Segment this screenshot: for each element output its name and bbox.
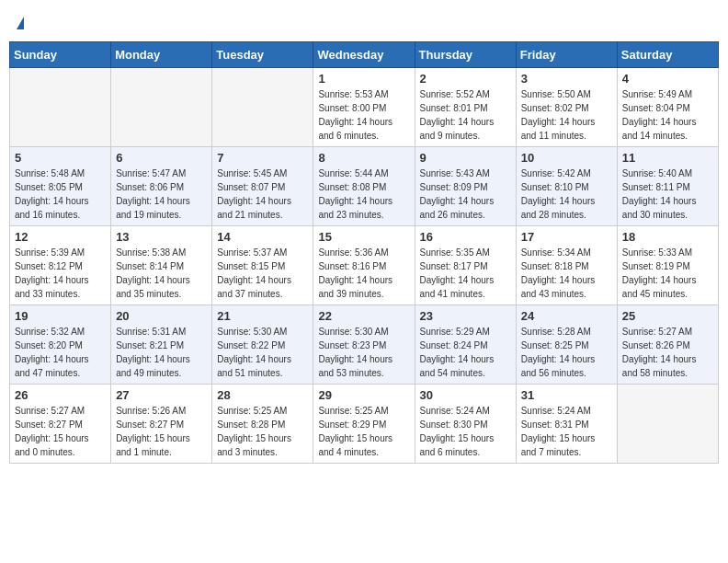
day-number: 6 [116,151,207,165]
day-number: 15 [318,230,409,244]
day-number: 21 [217,309,308,323]
day-info: Sunrise: 5:32 AMSunset: 8:20 PMDaylight:… [15,325,106,380]
day-cell: 22Sunrise: 5:30 AMSunset: 8:23 PMDayligh… [313,305,415,385]
day-info: Sunrise: 5:52 AMSunset: 8:01 PMDaylight:… [420,87,511,143]
day-info: Sunrise: 5:27 AMSunset: 8:27 PMDaylight:… [15,404,106,459]
day-cell: 20Sunrise: 5:31 AMSunset: 8:21 PMDayligh… [111,305,212,385]
day-cell: 21Sunrise: 5:30 AMSunset: 8:22 PMDayligh… [212,305,313,385]
day-info: Sunrise: 5:33 AMSunset: 8:19 PMDaylight:… [622,246,713,301]
day-info: Sunrise: 5:35 AMSunset: 8:17 PMDaylight:… [420,246,511,301]
header-day-tuesday: Tuesday [212,42,313,68]
day-cell: 31Sunrise: 5:24 AMSunset: 8:31 PMDayligh… [516,385,617,464]
day-number: 18 [622,230,713,244]
logo-top-line [15,13,24,30]
day-number: 3 [521,72,612,86]
day-number: 29 [318,388,409,402]
day-number: 2 [420,72,511,86]
header-day-monday: Monday [111,42,212,68]
day-cell [10,68,111,147]
calendar-table: SundayMondayTuesdayWednesdayThursdayFrid… [9,41,719,464]
day-number: 22 [318,309,409,323]
day-cell: 16Sunrise: 5:35 AMSunset: 8:17 PMDayligh… [415,226,516,305]
week-row-2: 5Sunrise: 5:48 AMSunset: 8:05 PMDaylight… [10,147,719,226]
day-cell: 6Sunrise: 5:47 AMSunset: 8:06 PMDaylight… [111,147,212,226]
day-number: 25 [622,309,713,323]
header-day-sunday: Sunday [10,42,111,68]
day-info: Sunrise: 5:37 AMSunset: 8:15 PMDaylight:… [217,246,308,301]
day-info: Sunrise: 5:28 AMSunset: 8:25 PMDaylight:… [521,325,612,380]
day-info: Sunrise: 5:31 AMSunset: 8:21 PMDaylight:… [116,325,207,380]
day-number: 17 [521,230,612,244]
day-number: 5 [15,151,106,165]
day-cell: 28Sunrise: 5:25 AMSunset: 8:28 PMDayligh… [212,385,313,464]
day-cell [212,68,313,147]
day-info: Sunrise: 5:27 AMSunset: 8:26 PMDaylight:… [622,325,713,380]
day-cell: 27Sunrise: 5:26 AMSunset: 8:27 PMDayligh… [111,385,212,464]
day-cell: 2Sunrise: 5:52 AMSunset: 8:01 PMDaylight… [415,68,516,147]
day-info: Sunrise: 5:42 AMSunset: 8:10 PMDaylight:… [521,167,612,222]
day-cell: 3Sunrise: 5:50 AMSunset: 8:02 PMDaylight… [516,68,617,147]
day-info: Sunrise: 5:36 AMSunset: 8:16 PMDaylight:… [318,246,409,301]
header-day-friday: Friday [516,42,617,68]
day-number: 20 [116,309,207,323]
day-cell: 1Sunrise: 5:53 AMSunset: 8:00 PMDaylight… [313,68,415,147]
week-row-4: 19Sunrise: 5:32 AMSunset: 8:20 PMDayligh… [10,305,719,385]
day-info: Sunrise: 5:25 AMSunset: 8:28 PMDaylight:… [217,404,308,459]
day-number: 9 [420,151,511,165]
day-cell: 29Sunrise: 5:25 AMSunset: 8:29 PMDayligh… [313,385,415,464]
day-cell: 18Sunrise: 5:33 AMSunset: 8:19 PMDayligh… [617,226,718,305]
day-number: 23 [420,309,511,323]
day-info: Sunrise: 5:44 AMSunset: 8:08 PMDaylight:… [318,167,409,222]
header-row: SundayMondayTuesdayWednesdayThursdayFrid… [10,42,719,68]
header-day-thursday: Thursday [415,42,516,68]
calendar-body: 1Sunrise: 5:53 AMSunset: 8:00 PMDaylight… [10,68,719,464]
day-number: 19 [15,309,106,323]
day-number: 28 [217,388,308,402]
day-number: 8 [318,151,409,165]
day-cell: 12Sunrise: 5:39 AMSunset: 8:12 PMDayligh… [10,226,111,305]
header-day-saturday: Saturday [617,42,718,68]
day-cell: 25Sunrise: 5:27 AMSunset: 8:26 PMDayligh… [617,305,718,385]
day-cell: 14Sunrise: 5:37 AMSunset: 8:15 PMDayligh… [212,226,313,305]
day-cell: 30Sunrise: 5:24 AMSunset: 8:30 PMDayligh… [415,385,516,464]
day-number: 4 [622,72,713,86]
day-number: 11 [622,151,713,165]
week-row-1: 1Sunrise: 5:53 AMSunset: 8:00 PMDaylight… [10,68,719,147]
day-number: 16 [420,230,511,244]
day-cell: 19Sunrise: 5:32 AMSunset: 8:20 PMDayligh… [10,305,111,385]
day-number: 13 [116,230,207,244]
day-info: Sunrise: 5:26 AMSunset: 8:27 PMDaylight:… [116,404,207,459]
day-info: Sunrise: 5:47 AMSunset: 8:06 PMDaylight:… [116,167,207,222]
day-cell: 5Sunrise: 5:48 AMSunset: 8:05 PMDaylight… [10,147,111,226]
day-cell: 17Sunrise: 5:34 AMSunset: 8:18 PMDayligh… [516,226,617,305]
day-info: Sunrise: 5:40 AMSunset: 8:11 PMDaylight:… [622,167,713,222]
day-info: Sunrise: 5:25 AMSunset: 8:29 PMDaylight:… [318,404,409,459]
day-number: 24 [521,309,612,323]
day-info: Sunrise: 5:39 AMSunset: 8:12 PMDaylight:… [15,246,106,301]
day-info: Sunrise: 5:48 AMSunset: 8:05 PMDaylight:… [15,167,106,222]
day-cell [617,385,718,464]
day-cell: 7Sunrise: 5:45 AMSunset: 8:07 PMDaylight… [212,147,313,226]
day-number: 14 [217,230,308,244]
day-number: 31 [521,388,612,402]
day-cell: 11Sunrise: 5:40 AMSunset: 8:11 PMDayligh… [617,147,718,226]
day-cell: 15Sunrise: 5:36 AMSunset: 8:16 PMDayligh… [313,226,415,305]
week-row-3: 12Sunrise: 5:39 AMSunset: 8:12 PMDayligh… [10,226,719,305]
day-number: 1 [318,72,409,86]
day-cell: 24Sunrise: 5:28 AMSunset: 8:25 PMDayligh… [516,305,617,385]
day-number: 10 [521,151,612,165]
day-info: Sunrise: 5:50 AMSunset: 8:02 PMDaylight:… [521,87,612,143]
day-cell: 26Sunrise: 5:27 AMSunset: 8:27 PMDayligh… [10,385,111,464]
logo-triangle-icon [17,17,24,29]
day-info: Sunrise: 5:45 AMSunset: 8:07 PMDaylight:… [217,167,308,222]
day-number: 12 [15,230,106,244]
day-cell: 8Sunrise: 5:44 AMSunset: 8:08 PMDaylight… [313,147,415,226]
day-info: Sunrise: 5:30 AMSunset: 8:22 PMDaylight:… [217,325,308,380]
day-info: Sunrise: 5:34 AMSunset: 8:18 PMDaylight:… [521,246,612,301]
logo [15,13,24,30]
day-number: 27 [116,388,207,402]
day-cell: 23Sunrise: 5:29 AMSunset: 8:24 PMDayligh… [415,305,516,385]
day-cell: 13Sunrise: 5:38 AMSunset: 8:14 PMDayligh… [111,226,212,305]
day-cell: 4Sunrise: 5:49 AMSunset: 8:04 PMDaylight… [617,68,718,147]
day-info: Sunrise: 5:43 AMSunset: 8:09 PMDaylight:… [420,167,511,222]
